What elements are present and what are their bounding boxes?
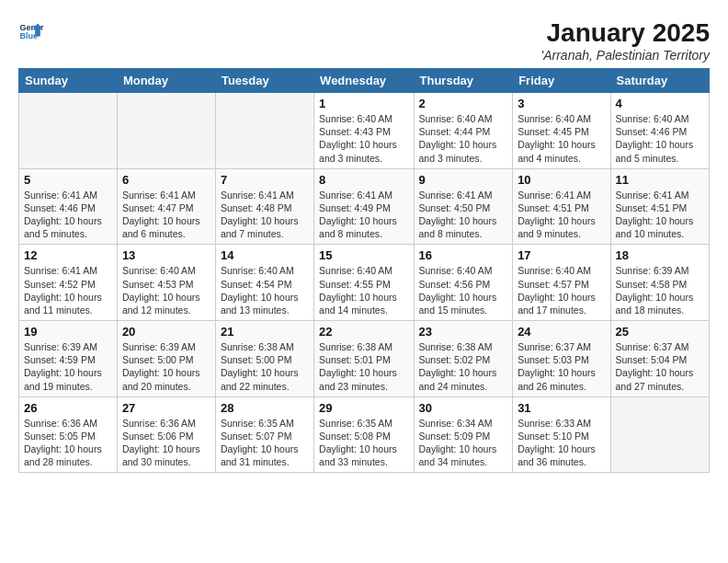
day-info: Sunrise: 6:36 AM Sunset: 5:06 PM Dayligh… [122,417,210,469]
table-row: 2Sunrise: 6:40 AM Sunset: 4:44 PM Daylig… [414,93,513,169]
day-info: Sunrise: 6:41 AM Sunset: 4:50 PM Dayligh… [419,189,508,241]
table-row: 22Sunrise: 6:38 AM Sunset: 5:01 PM Dayli… [314,321,414,397]
day-number: 9 [419,173,508,187]
day-number: 2 [419,97,508,110]
day-info: Sunrise: 6:34 AM Sunset: 5:09 PM Dayligh… [419,417,508,469]
table-row: 30Sunrise: 6:34 AM Sunset: 5:09 PM Dayli… [414,396,513,473]
table-row: 8Sunrise: 6:41 AM Sunset: 4:49 PM Daylig… [314,168,414,245]
day-number: 20 [122,325,210,339]
table-row: 17Sunrise: 6:40 AM Sunset: 4:57 PM Dayli… [513,245,610,321]
day-info: Sunrise: 6:35 AM Sunset: 5:08 PM Dayligh… [319,417,408,469]
table-row: 19Sunrise: 6:39 AM Sunset: 4:59 PM Dayli… [19,321,118,397]
day-info: Sunrise: 6:41 AM Sunset: 4:47 PM Dayligh… [122,189,210,241]
table-row [215,93,313,169]
day-info: Sunrise: 6:40 AM Sunset: 4:54 PM Dayligh… [221,264,309,316]
day-info: Sunrise: 6:39 AM Sunset: 5:00 PM Dayligh… [122,340,210,393]
table-row: 24Sunrise: 6:37 AM Sunset: 5:03 PM Dayli… [513,321,610,397]
table-row: 11Sunrise: 6:41 AM Sunset: 4:51 PM Dayli… [610,168,709,245]
day-number: 12 [24,248,112,262]
day-number: 13 [122,248,210,262]
table-row: 10Sunrise: 6:41 AM Sunset: 4:51 PM Dayli… [513,168,610,245]
day-number: 18 [616,248,704,262]
calendar-header-row: Sunday Monday Tuesday Wednesday Thursday… [19,69,710,93]
table-row: 5Sunrise: 6:41 AM Sunset: 4:46 PM Daylig… [19,168,118,245]
page: General Blue January 2025 'Arranah, Pale… [0,0,728,491]
day-info: Sunrise: 6:41 AM Sunset: 4:48 PM Dayligh… [221,189,309,241]
month-title: January 2025 [541,18,710,48]
day-number: 8 [319,173,408,187]
day-info: Sunrise: 6:37 AM Sunset: 5:03 PM Dayligh… [518,340,605,393]
col-thursday: Thursday [414,69,513,93]
col-friday: Friday [513,69,610,93]
day-info: Sunrise: 6:39 AM Sunset: 4:58 PM Dayligh… [616,264,704,316]
day-info: Sunrise: 6:41 AM Sunset: 4:52 PM Dayligh… [24,264,112,316]
day-info: Sunrise: 6:40 AM Sunset: 4:46 PM Dayligh… [616,112,704,165]
table-row: 25Sunrise: 6:37 AM Sunset: 5:04 PM Dayli… [610,321,709,397]
day-number: 22 [319,325,408,339]
day-number: 4 [616,97,704,110]
table-row: 23Sunrise: 6:38 AM Sunset: 5:02 PM Dayli… [414,321,513,397]
day-number: 1 [319,97,408,110]
table-row: 28Sunrise: 6:35 AM Sunset: 5:07 PM Dayli… [215,396,313,473]
day-number: 3 [518,97,605,110]
day-number: 14 [221,248,309,262]
day-info: Sunrise: 6:39 AM Sunset: 4:59 PM Dayligh… [24,340,112,393]
day-info: Sunrise: 6:35 AM Sunset: 5:07 PM Dayligh… [221,417,309,469]
day-info: Sunrise: 6:40 AM Sunset: 4:45 PM Dayligh… [518,112,605,165]
day-info: Sunrise: 6:40 AM Sunset: 4:56 PM Dayligh… [419,264,508,316]
day-info: Sunrise: 6:41 AM Sunset: 4:51 PM Dayligh… [616,189,704,241]
header: General Blue January 2025 'Arranah, Pale… [18,18,710,63]
day-info: Sunrise: 6:41 AM Sunset: 4:51 PM Dayligh… [518,189,605,241]
day-number: 7 [221,173,309,187]
day-info: Sunrise: 6:38 AM Sunset: 5:01 PM Dayligh… [319,340,408,393]
day-number: 27 [122,401,210,415]
table-row: 26Sunrise: 6:36 AM Sunset: 5:05 PM Dayli… [19,396,118,473]
location-subtitle: 'Arranah, Palestinian Territory [541,48,710,63]
day-number: 29 [319,401,408,415]
col-monday: Monday [117,69,215,93]
table-row [19,93,118,169]
day-number: 15 [319,248,408,262]
table-row: 9Sunrise: 6:41 AM Sunset: 4:50 PM Daylig… [414,168,513,245]
day-number: 25 [616,325,704,339]
title-area: January 2025 'Arranah, Palestinian Terri… [541,18,710,63]
day-info: Sunrise: 6:40 AM Sunset: 4:43 PM Dayligh… [319,112,408,165]
table-row: 6Sunrise: 6:41 AM Sunset: 4:47 PM Daylig… [117,168,215,245]
table-row: 18Sunrise: 6:39 AM Sunset: 4:58 PM Dayli… [610,245,709,321]
table-row [117,93,215,169]
day-info: Sunrise: 6:33 AM Sunset: 5:10 PM Dayligh… [518,417,605,469]
day-info: Sunrise: 6:40 AM Sunset: 4:55 PM Dayligh… [319,264,408,316]
day-number: 23 [419,325,508,339]
day-info: Sunrise: 6:40 AM Sunset: 4:53 PM Dayligh… [122,264,210,316]
day-number: 31 [518,401,605,415]
table-row: 13Sunrise: 6:40 AM Sunset: 4:53 PM Dayli… [117,245,215,321]
day-number: 24 [518,325,605,339]
table-row: 27Sunrise: 6:36 AM Sunset: 5:06 PM Dayli… [117,396,215,473]
day-number: 21 [221,325,309,339]
table-row: 21Sunrise: 6:38 AM Sunset: 5:00 PM Dayli… [215,321,313,397]
day-number: 17 [518,248,605,262]
table-row: 4Sunrise: 6:40 AM Sunset: 4:46 PM Daylig… [610,93,709,169]
logo-icon: General Blue [18,18,44,44]
day-number: 28 [221,401,309,415]
day-info: Sunrise: 6:38 AM Sunset: 5:00 PM Dayligh… [221,340,309,393]
day-info: Sunrise: 6:41 AM Sunset: 4:46 PM Dayligh… [24,189,112,241]
day-info: Sunrise: 6:38 AM Sunset: 5:02 PM Dayligh… [419,340,508,393]
table-row: 20Sunrise: 6:39 AM Sunset: 5:00 PM Dayli… [117,321,215,397]
table-row [610,396,709,473]
day-info: Sunrise: 6:41 AM Sunset: 4:49 PM Dayligh… [319,189,408,241]
day-info: Sunrise: 6:36 AM Sunset: 5:05 PM Dayligh… [24,417,112,469]
day-info: Sunrise: 6:40 AM Sunset: 4:44 PM Dayligh… [419,112,508,165]
day-number: 30 [419,401,508,415]
col-tuesday: Tuesday [215,69,313,93]
day-number: 10 [518,173,605,187]
day-number: 16 [419,248,508,262]
day-number: 26 [24,401,112,415]
day-info: Sunrise: 6:40 AM Sunset: 4:57 PM Dayligh… [518,264,605,316]
col-sunday: Sunday [19,69,118,93]
table-row: 3Sunrise: 6:40 AM Sunset: 4:45 PM Daylig… [513,93,610,169]
table-row: 16Sunrise: 6:40 AM Sunset: 4:56 PM Dayli… [414,245,513,321]
day-number: 11 [616,173,704,187]
table-row: 15Sunrise: 6:40 AM Sunset: 4:55 PM Dayli… [314,245,414,321]
table-row: 7Sunrise: 6:41 AM Sunset: 4:48 PM Daylig… [215,168,313,245]
